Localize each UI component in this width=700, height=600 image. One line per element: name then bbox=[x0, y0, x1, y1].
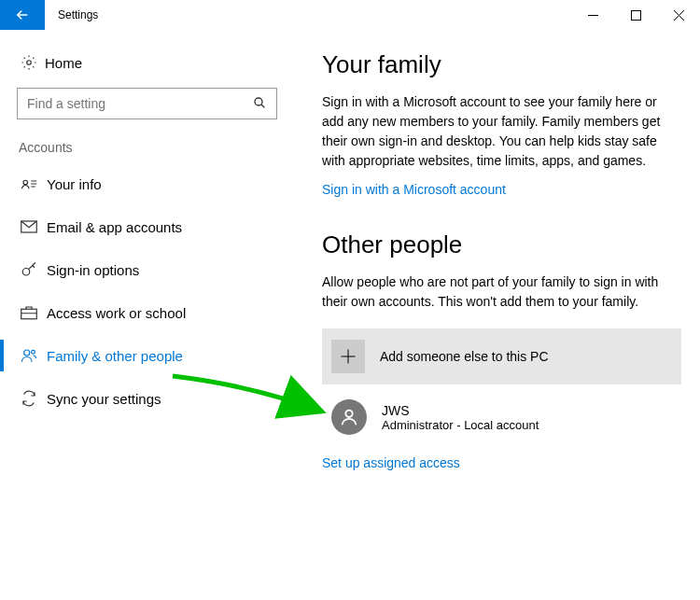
titlebar: Settings bbox=[0, 0, 700, 30]
close-icon bbox=[674, 10, 684, 21]
sidebar-item-label: Access work or school bbox=[47, 305, 186, 321]
sidebar-item-your-info[interactable]: Your info bbox=[0, 162, 294, 205]
sidebar-item-label: Family & other people bbox=[47, 348, 183, 364]
minimize-button[interactable] bbox=[571, 0, 614, 30]
people-icon bbox=[21, 347, 47, 364]
assigned-access-link[interactable]: Set up assigned access bbox=[322, 455, 681, 470]
other-body: Allow people who are not part of your fa… bbox=[322, 272, 677, 312]
sidebar-item-sync[interactable]: Sync your settings bbox=[0, 377, 294, 420]
svg-point-3 bbox=[23, 180, 28, 185]
user-row[interactable]: JWS Administrator - Local account bbox=[322, 399, 681, 435]
svg-rect-0 bbox=[631, 10, 640, 20]
sync-icon bbox=[21, 390, 47, 407]
add-someone-button[interactable]: Add someone else to this PC bbox=[322, 328, 681, 384]
briefcase-icon bbox=[21, 305, 47, 320]
other-heading: Other people bbox=[322, 230, 681, 259]
person-card-icon bbox=[21, 177, 47, 190]
back-arrow-icon bbox=[14, 7, 31, 23]
search-icon bbox=[252, 95, 267, 113]
add-someone-label: Add someone else to this PC bbox=[380, 349, 549, 364]
svg-rect-6 bbox=[21, 309, 37, 319]
gear-icon bbox=[21, 54, 45, 71]
sidebar: Home Accounts Your info Email & app acco… bbox=[0, 30, 294, 600]
home-label: Home bbox=[45, 55, 82, 71]
back-button[interactable] bbox=[0, 0, 45, 30]
svg-point-2 bbox=[255, 98, 262, 105]
family-heading: Your family bbox=[322, 50, 681, 79]
window-controls bbox=[571, 0, 700, 30]
family-body: Sign in with a Microsoft account to see … bbox=[322, 92, 677, 171]
svg-point-8 bbox=[32, 350, 35, 354]
section-label: Accounts bbox=[0, 119, 294, 162]
maximize-button[interactable] bbox=[614, 0, 657, 30]
person-icon bbox=[339, 407, 359, 427]
search-input[interactable] bbox=[27, 96, 252, 111]
main-content: Your family Sign in with a Microsoft acc… bbox=[294, 30, 700, 600]
sidebar-item-label: Sync your settings bbox=[47, 391, 161, 407]
svg-point-1 bbox=[27, 61, 32, 65]
sidebar-item-email[interactable]: Email & app accounts bbox=[0, 205, 294, 248]
sidebar-item-signin[interactable]: Sign-in options bbox=[0, 248, 294, 291]
sidebar-item-label: Email & app accounts bbox=[47, 219, 182, 235]
user-name: JWS bbox=[382, 403, 539, 418]
svg-point-7 bbox=[24, 350, 30, 356]
search-box[interactable] bbox=[17, 88, 277, 119]
signin-link[interactable]: Sign in with a Microsoft account bbox=[322, 182, 681, 197]
sidebar-item-label: Sign-in options bbox=[47, 262, 139, 278]
key-icon bbox=[21, 261, 47, 278]
svg-point-9 bbox=[345, 411, 352, 417]
user-role: Administrator - Local account bbox=[382, 418, 539, 432]
sidebar-item-family[interactable]: Family & other people bbox=[0, 334, 294, 377]
sidebar-item-work[interactable]: Access work or school bbox=[0, 291, 294, 334]
maximize-icon bbox=[631, 10, 641, 21]
plus-icon bbox=[331, 340, 365, 373]
sidebar-item-label: Your info bbox=[47, 176, 102, 192]
avatar bbox=[331, 399, 367, 435]
close-button[interactable] bbox=[657, 0, 700, 30]
minimize-icon bbox=[588, 10, 598, 21]
mail-icon bbox=[21, 220, 47, 233]
window-title: Settings bbox=[45, 0, 111, 30]
home-button[interactable]: Home bbox=[0, 49, 294, 84]
